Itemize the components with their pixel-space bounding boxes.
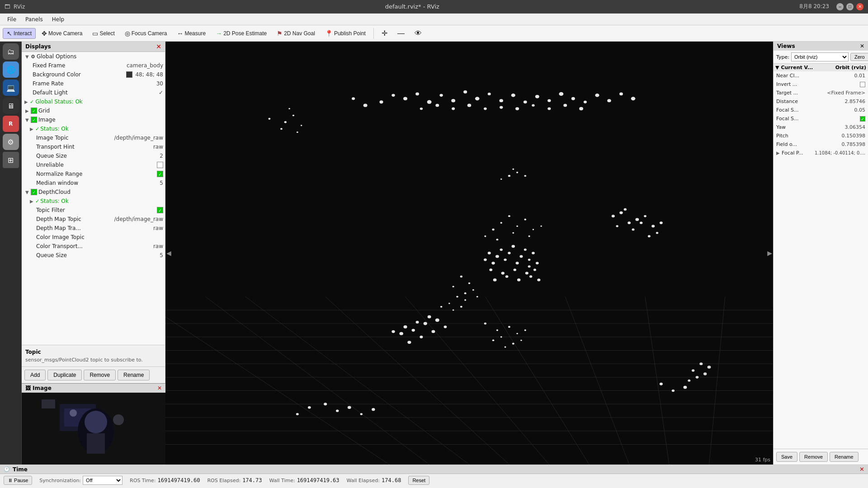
toolbar-extra-3[interactable]: 👁 [410, 28, 426, 39]
view-near-clip-row[interactable]: Near Cl... 0.01 [774, 71, 868, 80]
sync-select[interactable]: Off Exact Approximate [83, 476, 123, 485]
svg-point-67 [520, 340, 522, 341]
unreliable-checkbox[interactable] [157, 162, 163, 168]
background-color-row[interactable]: Background Color 48; 48; 48 [22, 70, 165, 79]
add-display-button[interactable]: Add [24, 370, 46, 380]
views-remove-button[interactable]: Remove [799, 452, 828, 462]
move-camera-tool[interactable]: ✥ Move Camera [38, 28, 86, 39]
views-zero-button[interactable]: Zero [850, 53, 868, 61]
view-fov-row[interactable]: Field o... 0.785398 [774, 140, 868, 149]
median-window-row[interactable]: Median window 5 [22, 178, 165, 188]
dock-icon-apps[interactable]: ⊞ [3, 152, 19, 168]
color-image-topic-row[interactable]: Color Image Topic [22, 233, 165, 242]
3d-viewport[interactable]: ◀ ▶ 31 fps [165, 42, 773, 465]
remove-display-button[interactable]: Remove [84, 370, 116, 380]
depth-cloud-row[interactable]: ▼ ✓ DepthCloud [22, 188, 165, 197]
view-pitch-row[interactable]: Pitch 0.150398 [774, 131, 868, 140]
normalize-range-row[interactable]: Normalize Range ✓ [22, 169, 165, 178]
view-focal-shape-row[interactable]: Focal S... ✓ [774, 114, 868, 123]
view-near-clip-label: Near Cl... [776, 73, 854, 79]
fixed-frame-row[interactable]: Fixed Frame camera_body [22, 61, 165, 70]
pause-button[interactable]: ⏸ Pause [4, 476, 32, 485]
view-focal-shape-checkbox[interactable]: ✓ [860, 116, 865, 122]
topic-filter-checkbox[interactable]: ✓ [157, 207, 163, 213]
toolbar-extra-2[interactable]: — [393, 28, 409, 39]
view-target-row[interactable]: Target ... <Fixed Frame> [774, 89, 868, 97]
color-transport-row[interactable]: Color Transport... raw [22, 242, 165, 251]
menu-panels[interactable]: Panels [21, 15, 47, 24]
menu-help[interactable]: Help [47, 15, 69, 24]
close-button[interactable]: ✕ [856, 3, 863, 10]
svg-point-61 [500, 336, 502, 338]
dock-icon-terminal[interactable]: 🖥 [3, 98, 19, 114]
queue-size-row[interactable]: Queue Size 2 [22, 151, 165, 160]
ros-elapsed-label: ROS Elapsed: [207, 478, 241, 483]
current-view-header[interactable]: ▼ Current V... Orbit (rviz) [774, 64, 868, 71]
reset-button[interactable]: Reset [408, 476, 429, 485]
depth-cloud-checkbox[interactable]: ✓ [31, 189, 37, 195]
view-focal-point-label: Focal P... [782, 150, 815, 156]
menu-file[interactable]: File [3, 15, 21, 24]
views-save-button[interactable]: Save [776, 452, 797, 462]
depth-map-topic-row[interactable]: Depth Map Topic /depth/image_raw [22, 215, 165, 224]
global-options-row[interactable]: ▼ ⚙ Global Options [22, 52, 165, 61]
global-status-row[interactable]: ▶ ✓ Global Status: Ok [22, 97, 165, 106]
frame-rate-row[interactable]: Frame Rate 30 [22, 79, 165, 88]
maximize-button[interactable]: □ [846, 3, 854, 10]
dock-icon-vscode[interactable]: 💻 [3, 80, 19, 96]
view-focal-size-row[interactable]: Focal S... 0.05 [774, 106, 868, 114]
normalize-range-checkbox[interactable]: ✓ [157, 171, 163, 177]
image-row[interactable]: ▼ ✓ Image [22, 115, 165, 124]
dock-icon-rviz[interactable]: R [3, 116, 19, 132]
dock-icon-files[interactable]: 🗂 [3, 43, 19, 60]
image-topic-row[interactable]: Image Topic /depth/image_raw [22, 133, 165, 142]
svg-point-141 [360, 413, 363, 415]
measure-tool[interactable]: ↔ Measure [173, 28, 210, 39]
dock-icon-browser[interactable]: 🌐 [3, 61, 19, 78]
svg-point-81 [528, 265, 531, 267]
grid-row[interactable]: ▶ ✓ Grid [22, 106, 165, 115]
publish-point-tool[interactable]: 📍 Publish Point [321, 28, 370, 39]
system-clock: 8月8 20:23 [799, 3, 829, 10]
svg-point-4 [85, 411, 107, 433]
image-status-row[interactable]: ▶ ✓ Status: Ok [22, 124, 165, 133]
topic-filter-row[interactable]: Topic Filter ✓ [22, 206, 165, 215]
viewport-collapse-right[interactable]: ▶ [767, 249, 772, 257]
toolbar-extra-1[interactable]: ✛ [377, 27, 392, 39]
rename-display-button[interactable]: Rename [118, 370, 150, 380]
2d-pose-tool[interactable]: → 2D Pose Estimate [212, 28, 271, 39]
view-invert-row[interactable]: Invert ... [774, 80, 868, 89]
dock-icon-settings[interactable]: ⚙ [3, 134, 19, 150]
displays-close-button[interactable]: ✕ [156, 43, 161, 50]
time-close-button[interactable]: ✕ [859, 466, 864, 473]
grid-checkbox[interactable]: ✓ [31, 108, 37, 114]
svg-point-54 [476, 296, 478, 297]
depth-status-row[interactable]: ▶ ✓ Status: Ok [22, 197, 165, 206]
duplicate-display-button[interactable]: Duplicate [47, 370, 82, 380]
svg-point-41 [484, 235, 486, 237]
views-rename-button[interactable]: Rename [830, 452, 859, 462]
minimize-button[interactable]: – [836, 3, 844, 10]
image-panel-close[interactable]: ✕ [157, 385, 162, 391]
interact-tool[interactable]: ↖ Interact [3, 28, 36, 39]
image-checkbox[interactable]: ✓ [31, 117, 37, 123]
view-invert-checkbox[interactable] [860, 82, 865, 87]
queue-size-depth-row[interactable]: Queue Size 5 [22, 251, 165, 260]
default-light-row[interactable]: Default Light ✓ [22, 88, 165, 97]
displays-scroll[interactable]: ▼ ⚙ Global Options Fixed Frame camera_bo… [22, 52, 165, 345]
depth-map-transport-row[interactable]: Depth Map Tra... raw [22, 224, 165, 233]
view-focal-point-row[interactable]: ▶ Focal P... 1.1084; -0.40114; 0.... [774, 149, 868, 157]
views-close-button[interactable]: ✕ [860, 43, 864, 49]
2d-nav-tool[interactable]: ⚑ 2D Nav Goal [273, 28, 319, 39]
view-yaw-row[interactable]: Yaw 3.06354 [774, 123, 868, 131]
focus-camera-tool[interactable]: ◎ Focus Camera [121, 28, 171, 39]
transport-hint-row[interactable]: Transport Hint raw [22, 142, 165, 151]
unreliable-row[interactable]: Unreliable [22, 160, 165, 169]
select-tool[interactable]: ▭ Select [88, 28, 118, 39]
svg-point-130 [467, 104, 471, 107]
svg-point-82 [536, 262, 539, 264]
view-distance-row[interactable]: Distance 2.85746 [774, 97, 868, 106]
views-spacer [774, 256, 868, 449]
views-type-select[interactable]: Orbit (rviz) FPS (rviz) TopDownOrtho (rv… [791, 52, 849, 61]
viewport-collapse-left[interactable]: ◀ [166, 249, 171, 257]
